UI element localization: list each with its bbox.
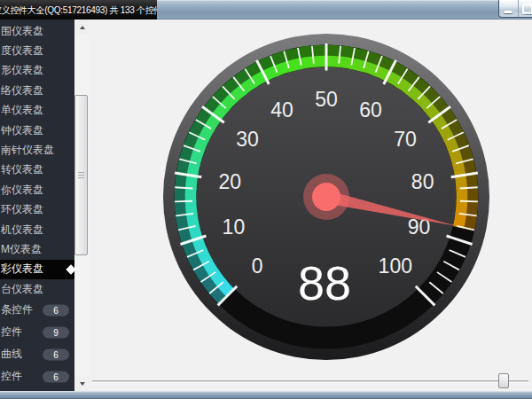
window-bottom-border <box>0 391 532 399</box>
sidebar-item-label: 形仪表盘 <box>1 63 43 78</box>
sidebar-item[interactable]: 条控件6 <box>0 299 74 321</box>
window-title: 定义控件大全(QQ:517216493) 共 133 个控件 <box>0 4 157 17</box>
app-titlebar-dark: 定义控件大全(QQ:517216493) 共 133 个控件 <box>0 0 157 20</box>
gauge-scale-label: 60 <box>359 98 382 121</box>
sidebar-item-label: 围仪表盘 <box>1 24 43 39</box>
sidebar-item-label: 曲线 <box>1 347 22 362</box>
sidebar-item[interactable]: 转仪表盘 <box>0 160 74 180</box>
maximize-button[interactable] <box>519 0 532 17</box>
sidebar-item-label: 彩仪表盘 <box>1 262 43 277</box>
sidebar-item-label: 络仪表盘 <box>1 83 43 98</box>
sidebar-item-label: 单仪表盘 <box>1 103 43 118</box>
scrollbar-thumb[interactable] <box>74 95 88 255</box>
gauge-scale-label: 100 <box>379 254 412 278</box>
sidebar-item-label: 机仪表盘 <box>1 223 43 238</box>
count-badge: 9 <box>43 326 69 338</box>
value-slider-thumb[interactable] <box>498 373 509 388</box>
sidebar-item[interactable]: 度仪表盘 <box>0 41 74 60</box>
gauge-scale-label: 40 <box>270 98 293 121</box>
arrow-down-icon <box>80 382 85 386</box>
sidebar-item-label: 条控件 <box>1 302 33 317</box>
arrow-up-icon <box>80 26 85 29</box>
sidebar-item-label: 控件 <box>1 325 22 340</box>
scroll-up-button[interactable] <box>74 20 90 35</box>
sidebar-item[interactable]: 曲线6 <box>0 343 74 365</box>
value-slider-track[interactable] <box>92 380 528 383</box>
sidebar-item[interactable]: 钟仪表盘 <box>0 121 74 140</box>
gauge-scale-label: 30 <box>236 128 259 151</box>
gauge-scale-label: 70 <box>394 128 417 151</box>
selected-marker-icon <box>66 264 74 274</box>
sidebar-item-label: 你仪表盘 <box>1 183 43 198</box>
sidebar-item-label: 控件 <box>1 369 22 384</box>
sidebar-item[interactable]: 南针仪表盘 <box>0 140 74 160</box>
sidebar-item-label: 南针仪表盘 <box>1 143 54 158</box>
sidebar-item[interactable]: 彩仪表盘 <box>0 260 74 279</box>
sidebar-item[interactable]: M仪表盘 <box>0 239 74 259</box>
gauge-scale-label: 50 <box>315 88 338 111</box>
window-titlebar[interactable] <box>157 0 532 20</box>
caption-button-group <box>498 0 532 18</box>
gauge-scale-label: 0 <box>252 254 263 278</box>
sidebar-item-label: 度仪表盘 <box>1 43 43 59</box>
sidebar-item[interactable]: 台仪表盘 <box>0 279 74 299</box>
gauge-scale-label: 80 <box>411 170 434 193</box>
sidebar-item-label: 环仪表盘 <box>1 202 43 217</box>
maximize-icon <box>522 4 532 13</box>
sidebar-item-label: 钟仪表盘 <box>1 123 43 138</box>
count-badge: 6 <box>43 348 69 360</box>
sidebar-item[interactable]: 控件6 <box>0 365 74 387</box>
sidebar-item-label: 台仪表盘 <box>1 282 43 297</box>
sidebar-item[interactable]: 你仪表盘 <box>0 180 74 200</box>
sidebar-item-label: M仪表盘 <box>1 242 42 257</box>
sidebar-scrollbar[interactable] <box>74 20 90 391</box>
minimize-icon <box>505 11 512 13</box>
sidebar-item[interactable]: 围仪表盘 <box>0 21 74 41</box>
count-badge: 6 <box>43 371 69 382</box>
gauge-control: 010203040506070809010088 <box>158 28 495 365</box>
gauge-scale-label: 10 <box>223 215 246 239</box>
count-badge: 6 <box>43 304 69 316</box>
gauge-scale-label: 20 <box>219 170 242 193</box>
sidebar-list: 围仪表盘度仪表盘形仪表盘络仪表盘单仪表盘钟仪表盘南针仪表盘转仪表盘你仪表盘环仪表… <box>0 20 74 391</box>
sidebar-item[interactable]: 络仪表盘 <box>0 81 74 100</box>
scroll-down-button[interactable] <box>74 376 90 391</box>
sidebar-item[interactable]: 单仪表盘 <box>0 101 74 121</box>
sidebar-item[interactable]: 控件9 <box>0 321 74 343</box>
sidebar-item[interactable]: 机仪表盘 <box>0 220 74 239</box>
sidebar-item[interactable]: 形仪表盘 <box>0 61 74 81</box>
sidebar-item[interactable]: 环仪表盘 <box>0 200 74 220</box>
sidebar-item-label: 转仪表盘 <box>1 162 43 177</box>
minimize-button[interactable] <box>499 0 519 17</box>
gauge-value: 88 <box>298 256 351 309</box>
